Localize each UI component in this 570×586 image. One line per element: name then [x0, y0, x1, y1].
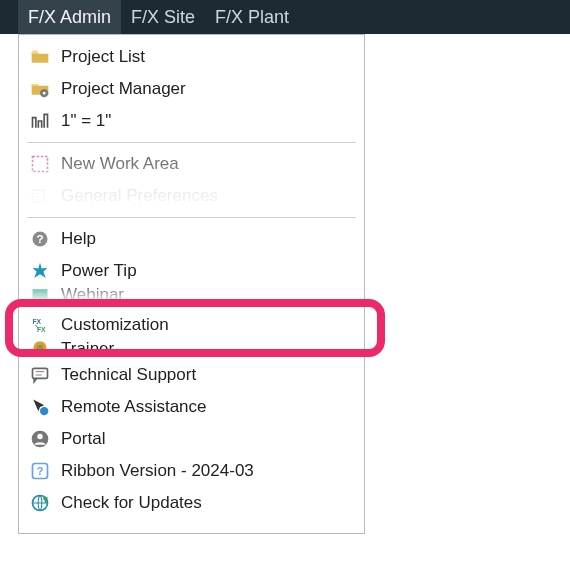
ribbon-version-icon: ? — [29, 460, 51, 482]
burst-icon — [29, 260, 51, 282]
svg-rect-15 — [33, 368, 48, 378]
menu-item-technical-support[interactable]: Technical Support — [19, 359, 364, 391]
menu-item-help[interactable]: ? Help — [19, 223, 364, 255]
menubar-label: F/X Admin — [28, 7, 111, 28]
menubar-item-fx-site[interactable]: F/X Site — [121, 0, 205, 34]
menu-label: Help — [61, 229, 354, 249]
menu-separator — [27, 142, 356, 143]
menu-item-scale[interactable]: 1" = 1" — [19, 105, 364, 137]
svg-text:?: ? — [36, 232, 43, 245]
menubar-label: F/X Site — [131, 7, 195, 28]
menu-label: Power Tip — [61, 261, 354, 281]
menu-label: Remote Assistance — [61, 397, 354, 417]
menubar-label: F/X Plant — [215, 7, 289, 28]
svg-text:FX: FX — [37, 326, 46, 333]
menu-item-customization[interactable]: FXFX Customization — [19, 309, 364, 341]
menu-label: Portal — [61, 429, 354, 449]
folder-icon — [29, 46, 51, 68]
menu-item-ribbon-version[interactable]: ? Ribbon Version - 2024-03 — [19, 455, 364, 487]
svg-point-2 — [43, 92, 46, 95]
menu-label: Project Manager — [61, 79, 354, 99]
menu-label: Customization — [61, 315, 354, 335]
svg-text:?: ? — [37, 465, 44, 477]
svg-text:FX: FX — [33, 318, 42, 325]
menubar-item-fx-plant[interactable]: F/X Plant — [205, 0, 299, 34]
scale-icon — [29, 110, 51, 132]
menubar-item-fx-admin[interactable]: F/X Admin — [18, 0, 121, 34]
svg-point-18 — [40, 407, 48, 415]
user-portal-icon — [29, 428, 51, 450]
menu-item-portal[interactable]: Portal — [19, 423, 364, 455]
remote-cursor-icon — [29, 396, 51, 418]
folder-gear-icon — [29, 78, 51, 100]
menu-item-check-for-updates[interactable]: Check for Updates — [19, 487, 364, 519]
svg-rect-3 — [33, 157, 48, 172]
menu-label: Check for Updates — [61, 493, 354, 513]
svg-rect-4 — [33, 190, 45, 202]
menu-item-webinar[interactable]: Webinar — [19, 287, 364, 303]
menu-item-project-manager[interactable]: Project Manager — [19, 73, 364, 105]
menu-label: Ribbon Version - 2024-03 — [61, 461, 354, 481]
menu-label: Trainer — [61, 339, 354, 359]
menu-item-remote-assistance[interactable]: Remote Assistance — [19, 391, 364, 423]
menu-label: New Work Area — [61, 154, 354, 174]
svg-marker-9 — [33, 263, 48, 278]
svg-point-14 — [37, 345, 44, 352]
menu-label: General Preferences — [61, 186, 354, 206]
menu-label: 1" = 1" — [61, 111, 354, 131]
fx-customization-icon: FXFX — [29, 314, 51, 336]
menu-separator — [27, 217, 356, 218]
support-chat-icon — [29, 364, 51, 386]
menu-item-project-list[interactable]: Project List — [19, 41, 364, 73]
svg-rect-0 — [33, 50, 38, 53]
help-icon: ? — [29, 228, 51, 250]
menu-label: Technical Support — [61, 365, 354, 385]
menu-item-new-work-area[interactable]: New Work Area — [19, 148, 364, 180]
menu-item-power-tip[interactable]: Power Tip — [19, 255, 364, 287]
preferences-icon — [29, 185, 51, 207]
menu-label: Project List — [61, 47, 354, 67]
svg-point-20 — [37, 434, 42, 439]
work-area-icon — [29, 153, 51, 175]
fx-admin-dropdown: Project List Project Manager 1" = 1" New… — [18, 34, 365, 534]
menu-item-general-preferences[interactable]: General Preferences — [19, 180, 364, 212]
menubar: F/X Admin F/X Site F/X Plant — [0, 0, 570, 34]
globe-refresh-icon — [29, 492, 51, 514]
